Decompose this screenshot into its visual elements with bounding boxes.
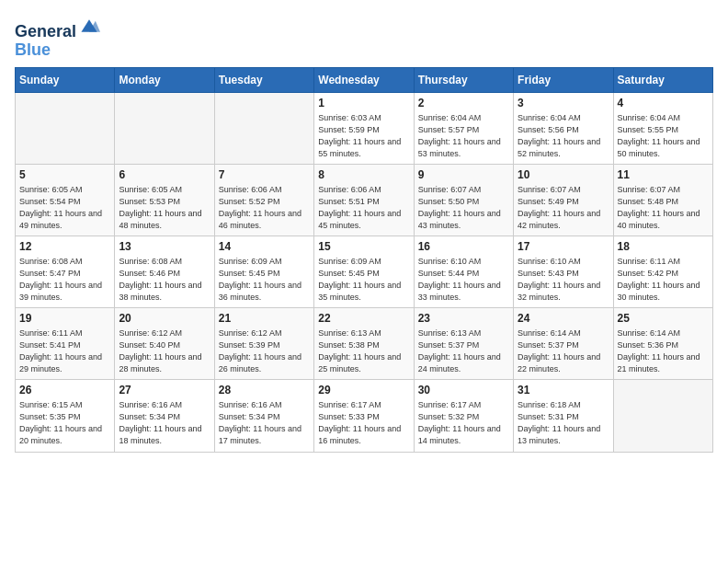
calendar-cell: 14 Sunrise: 6:09 AM Sunset: 5:45 PM Dayl… <box>214 236 313 307</box>
calendar-cell: 25 Sunrise: 6:14 AM Sunset: 5:36 PM Dayl… <box>613 308 712 380</box>
day-number: 26 <box>19 384 110 396</box>
day-number: 8 <box>318 168 409 181</box>
day-info: Sunrise: 6:03 AM Sunset: 5:59 PM Dayligh… <box>318 112 409 160</box>
day-number: 24 <box>518 312 609 325</box>
day-number: 13 <box>119 240 210 253</box>
day-info: Sunrise: 6:12 AM Sunset: 5:39 PM Dayligh… <box>219 327 310 375</box>
day-header-thursday: Thursday <box>414 67 513 92</box>
day-number: 3 <box>518 97 609 109</box>
day-number: 22 <box>318 312 409 325</box>
calendar-cell: 28 Sunrise: 6:16 AM Sunset: 5:34 PM Dayl… <box>214 380 313 452</box>
calendar-cell: 16 Sunrise: 6:10 AM Sunset: 5:44 PM Dayl… <box>414 236 513 307</box>
day-number: 1 <box>318 97 409 109</box>
calendar-cell: 31 Sunrise: 6:18 AM Sunset: 5:31 PM Dayl… <box>514 380 613 452</box>
calendar-cell: 9 Sunrise: 6:07 AM Sunset: 5:50 PM Dayli… <box>414 164 513 236</box>
day-number: 29 <box>318 384 409 396</box>
day-number: 7 <box>219 168 310 181</box>
day-info: Sunrise: 6:18 AM Sunset: 5:31 PM Dayligh… <box>518 399 609 447</box>
day-info: Sunrise: 6:17 AM Sunset: 5:32 PM Dayligh… <box>418 399 509 447</box>
calendar-cell: 12 Sunrise: 6:08 AM Sunset: 5:47 PM Dayl… <box>16 236 115 307</box>
calendar-week-row: 26 Sunrise: 6:15 AM Sunset: 5:35 PM Dayl… <box>16 380 713 452</box>
day-info: Sunrise: 6:07 AM Sunset: 5:49 PM Dayligh… <box>518 184 609 232</box>
day-info: Sunrise: 6:16 AM Sunset: 5:34 PM Dayligh… <box>119 399 210 447</box>
day-number: 17 <box>518 240 609 253</box>
day-number: 27 <box>119 384 210 396</box>
day-header-sunday: Sunday <box>16 67 115 92</box>
calendar-week-row: 5 Sunrise: 6:05 AM Sunset: 5:54 PM Dayli… <box>16 164 713 236</box>
day-info: Sunrise: 6:06 AM Sunset: 5:52 PM Dayligh… <box>219 184 310 232</box>
day-number: 9 <box>418 168 509 181</box>
day-info: Sunrise: 6:13 AM Sunset: 5:37 PM Dayligh… <box>418 327 509 375</box>
day-number: 10 <box>518 168 609 181</box>
calendar-table: SundayMondayTuesdayWednesdayThursdayFrid… <box>15 67 713 453</box>
day-info: Sunrise: 6:04 AM Sunset: 5:57 PM Dayligh… <box>418 112 509 160</box>
calendar-cell: 6 Sunrise: 6:05 AM Sunset: 5:53 PM Dayli… <box>115 164 214 236</box>
calendar-cell: 22 Sunrise: 6:13 AM Sunset: 5:38 PM Dayl… <box>314 308 414 380</box>
day-number: 21 <box>219 312 310 325</box>
day-number: 18 <box>618 240 709 253</box>
day-number: 4 <box>618 97 709 109</box>
calendar-cell: 19 Sunrise: 6:11 AM Sunset: 5:41 PM Dayl… <box>16 308 115 380</box>
day-info: Sunrise: 6:11 AM Sunset: 5:42 PM Dayligh… <box>618 256 709 304</box>
calendar-cell: 8 Sunrise: 6:06 AM Sunset: 5:51 PM Dayli… <box>314 164 414 236</box>
calendar-cell: 11 Sunrise: 6:07 AM Sunset: 5:48 PM Dayl… <box>613 164 712 236</box>
day-number: 25 <box>618 312 709 325</box>
day-info: Sunrise: 6:09 AM Sunset: 5:45 PM Dayligh… <box>219 256 310 304</box>
day-info: Sunrise: 6:13 AM Sunset: 5:38 PM Dayligh… <box>318 327 409 375</box>
calendar-cell: 26 Sunrise: 6:15 AM Sunset: 5:35 PM Dayl… <box>16 380 115 452</box>
day-number: 30 <box>418 384 509 396</box>
calendar-cell: 30 Sunrise: 6:17 AM Sunset: 5:32 PM Dayl… <box>414 380 513 452</box>
day-header-tuesday: Tuesday <box>214 67 313 92</box>
day-info: Sunrise: 6:06 AM Sunset: 5:51 PM Dayligh… <box>318 184 409 232</box>
calendar-cell: 20 Sunrise: 6:12 AM Sunset: 5:40 PM Dayl… <box>115 308 214 380</box>
day-number: 14 <box>219 240 310 253</box>
day-info: Sunrise: 6:07 AM Sunset: 5:50 PM Dayligh… <box>418 184 509 232</box>
day-number: 28 <box>219 384 310 396</box>
calendar-header-row: SundayMondayTuesdayWednesdayThursdayFrid… <box>16 67 713 92</box>
day-info: Sunrise: 6:04 AM Sunset: 5:56 PM Dayligh… <box>518 112 609 160</box>
day-number: 15 <box>318 240 409 253</box>
calendar-cell: 21 Sunrise: 6:12 AM Sunset: 5:39 PM Dayl… <box>214 308 313 380</box>
calendar-cell: 1 Sunrise: 6:03 AM Sunset: 5:59 PM Dayli… <box>314 92 414 164</box>
calendar-cell: 17 Sunrise: 6:10 AM Sunset: 5:43 PM Dayl… <box>514 236 613 307</box>
calendar-cell: 13 Sunrise: 6:08 AM Sunset: 5:46 PM Dayl… <box>115 236 214 307</box>
day-info: Sunrise: 6:10 AM Sunset: 5:44 PM Dayligh… <box>418 256 509 304</box>
day-header-friday: Friday <box>514 67 613 92</box>
day-info: Sunrise: 6:11 AM Sunset: 5:41 PM Dayligh… <box>19 327 110 375</box>
calendar-cell: 24 Sunrise: 6:14 AM Sunset: 5:37 PM Dayl… <box>514 308 613 380</box>
day-info: Sunrise: 6:04 AM Sunset: 5:55 PM Dayligh… <box>618 112 709 160</box>
day-info: Sunrise: 6:07 AM Sunset: 5:48 PM Dayligh… <box>618 184 709 232</box>
calendar-cell <box>16 92 115 164</box>
logo-icon <box>78 15 100 37</box>
calendar-cell: 5 Sunrise: 6:05 AM Sunset: 5:54 PM Dayli… <box>16 164 115 236</box>
day-info: Sunrise: 6:14 AM Sunset: 5:36 PM Dayligh… <box>618 327 709 375</box>
calendar-cell: 29 Sunrise: 6:17 AM Sunset: 5:33 PM Dayl… <box>314 380 414 452</box>
day-header-saturday: Saturday <box>613 67 712 92</box>
day-number: 2 <box>418 97 509 109</box>
day-number: 31 <box>518 384 609 396</box>
day-number: 16 <box>418 240 509 253</box>
day-header-monday: Monday <box>115 67 214 92</box>
day-info: Sunrise: 6:16 AM Sunset: 5:34 PM Dayligh… <box>219 399 310 447</box>
calendar-cell <box>214 92 313 164</box>
day-info: Sunrise: 6:08 AM Sunset: 5:46 PM Dayligh… <box>119 256 210 304</box>
calendar-week-row: 19 Sunrise: 6:11 AM Sunset: 5:41 PM Dayl… <box>16 308 713 380</box>
calendar-cell <box>115 92 214 164</box>
calendar-cell: 23 Sunrise: 6:13 AM Sunset: 5:37 PM Dayl… <box>414 308 513 380</box>
day-info: Sunrise: 6:12 AM Sunset: 5:40 PM Dayligh… <box>119 327 210 375</box>
day-header-wednesday: Wednesday <box>314 67 414 92</box>
day-number: 20 <box>119 312 210 325</box>
day-info: Sunrise: 6:09 AM Sunset: 5:45 PM Dayligh… <box>318 256 409 304</box>
calendar-cell: 7 Sunrise: 6:06 AM Sunset: 5:52 PM Dayli… <box>214 164 313 236</box>
day-info: Sunrise: 6:15 AM Sunset: 5:35 PM Dayligh… <box>19 399 110 447</box>
day-number: 5 <box>19 168 110 181</box>
calendar-cell: 27 Sunrise: 6:16 AM Sunset: 5:34 PM Dayl… <box>115 380 214 452</box>
day-number: 6 <box>119 168 210 181</box>
day-number: 12 <box>19 240 110 253</box>
logo: General Blue <box>15 15 100 60</box>
calendar-cell: 4 Sunrise: 6:04 AM Sunset: 5:55 PM Dayli… <box>613 92 712 164</box>
calendar-week-row: 1 Sunrise: 6:03 AM Sunset: 5:59 PM Dayli… <box>16 92 713 164</box>
day-info: Sunrise: 6:05 AM Sunset: 5:54 PM Dayligh… <box>19 184 110 232</box>
calendar-cell: 10 Sunrise: 6:07 AM Sunset: 5:49 PM Dayl… <box>514 164 613 236</box>
logo-blue-text: Blue <box>15 41 100 60</box>
